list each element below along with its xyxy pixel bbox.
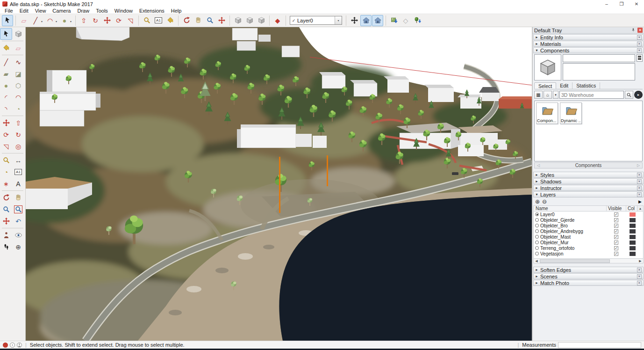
section-close-icon[interactable]: ✕ [637,48,642,53]
menu-item[interactable]: Camera [49,8,74,14]
menu-item[interactable]: Help [168,8,185,14]
section-close-icon[interactable]: ✕ [637,268,642,272]
line-icon[interactable]: ╱ [0,56,12,68]
menu-item[interactable]: Draw [74,8,93,14]
share-model-icon[interactable] [244,15,255,26]
measurements-input[interactable] [558,342,641,348]
layer-color-chip[interactable] [630,224,636,228]
layer-row[interactable]: Objekter_Bro ✓ [534,223,637,228]
section-instructor[interactable]: ►Instructor✕ [533,185,644,191]
layer-visible-checkbox[interactable]: ✓ [614,241,618,245]
layers-details-icon[interactable]: ▶ [638,199,642,204]
layer-radio[interactable] [535,218,539,222]
scroll-up-icon[interactable]: ▲ [637,206,643,211]
3d-text-icon[interactable]: A [12,178,24,190]
layer-color-chip[interactable] [630,229,636,233]
layer-radio[interactable] [535,241,539,244]
layer-radio[interactable] [535,252,539,255]
add-location-icon[interactable] [388,15,400,26]
previous-icon[interactable]: ↶ [12,215,24,227]
share-component-icon[interactable] [256,15,267,26]
arc-icon[interactable]: ◜ [0,91,12,103]
component-axes-icon[interactable] [349,15,360,26]
select-icon[interactable] [2,15,13,26]
polygon-icon[interactable]: ⬡ [12,80,24,91]
layer-color-chip[interactable] [630,246,636,250]
section-close-icon[interactable]: ✕ [637,186,642,190]
section-materials[interactable]: ►Materials✕ [533,41,644,47]
photo-textures-icon[interactable] [412,15,423,26]
move-icon[interactable] [0,117,12,129]
layer-radio[interactable] [535,229,539,233]
prev-pane-icon[interactable]: ◁ [535,163,542,168]
layer-color-chip[interactable] [630,252,636,256]
components-tab[interactable]: Select [534,82,556,89]
eraser-icon[interactable]: ▱ [12,42,24,54]
layer-visible-checkbox[interactable]: ✓ [614,212,618,217]
dimension-icon[interactable]: ↔ [12,154,24,166]
warehouse-search-input[interactable] [559,91,624,99]
rotate-icon[interactable]: ⟳ [0,129,12,140]
column-name[interactable]: Name [534,206,607,211]
section-close-icon[interactable]: ✕ [637,281,642,285]
arc-icon[interactable]: ◠▾ [44,15,56,26]
section-close-icon[interactable]: ✕ [637,192,642,197]
position-camera-icon[interactable] [0,229,12,241]
secondary-pane-button[interactable] [637,54,643,62]
text-icon[interactable]: A1 [12,166,24,178]
layer-row[interactable]: Vegetasjon ✓ [534,251,637,256]
tape-measure-icon[interactable] [0,154,12,166]
layer-visible-checkbox[interactable]: ✓ [614,224,618,228]
home-icon[interactable]: ⌂ [544,91,552,99]
select-icon[interactable] [0,28,12,40]
section-match-photo[interactable]: ►Match Photo✕ [533,280,644,286]
orbit-icon[interactable] [181,15,192,26]
layer-visible-checkbox[interactable]: ✓ [614,235,618,239]
walk-icon[interactable] [0,241,12,253]
column-visible[interactable]: Visible [607,206,626,211]
section-close-icon[interactable]: ✕ [637,42,642,46]
minimize-button[interactable]: – [599,0,614,8]
section-styles[interactable]: ►Styles✕ [533,172,644,178]
pan-icon[interactable] [193,15,204,26]
components-tab[interactable]: Statistics [572,82,600,89]
layer-color-chip[interactable] [630,235,636,239]
combo-dropdown-icon[interactable]: ▾ [335,16,342,24]
zoom-extents-icon[interactable] [0,215,12,227]
push-pull-icon[interactable]: ⇧ [12,117,24,129]
zoom-icon[interactable] [204,15,215,26]
layers-hscrollbar[interactable]: ◀ ▶ [533,258,644,263]
layer-radio[interactable] [535,224,539,227]
scale-icon[interactable]: ◹ [0,140,12,152]
section-entity-info[interactable]: ►Entity Info✕ [533,34,644,40]
zoom-icon[interactable] [0,204,12,215]
line-icon[interactable]: ╱▾ [30,15,41,26]
pie-icon[interactable]: ◔ [12,103,24,115]
layer-radio[interactable] [535,246,539,250]
three-point-arc-icon[interactable]: ◝ [0,103,12,115]
layer-visible-checkbox[interactable]: ✓ [614,229,618,233]
view-options-button[interactable]: ▦ [534,91,543,99]
move-icon[interactable] [101,15,113,26]
next-pane-icon[interactable]: ▷ [635,163,642,168]
pan-icon[interactable] [12,192,24,204]
two-point-arc-icon[interactable]: ◠ [12,91,24,103]
layer-visible-checkbox[interactable]: ✓ [614,246,618,250]
layer-color-chip[interactable] [630,212,636,217]
section-layers[interactable]: ▼Layers✕ [533,191,644,197]
section-scenes[interactable]: ►Scenes✕ [533,273,644,279]
component-folder-item[interactable]: Dynamic ... [560,102,582,124]
layer-color-chip[interactable] [630,218,636,222]
section-close-icon[interactable]: ✕ [637,35,642,40]
section-close-icon[interactable]: ✕ [637,274,642,279]
layer-row[interactable]: Objekter_Mast ✓ [534,234,637,240]
tray-close-button[interactable]: ✕ [637,28,643,33]
rotated-rectangle-icon[interactable]: ◪ [12,68,24,80]
layer-row[interactable]: Objekter_Mur ✓ [534,240,637,245]
zoom-extents-icon[interactable] [216,15,227,26]
component-description-box[interactable] [563,63,635,80]
layer-color-chip[interactable] [630,241,636,245]
hide-rest-of-model-icon[interactable] [360,15,372,26]
protractor-icon[interactable]: ◔ [0,166,12,178]
tape-measure-icon[interactable] [141,15,152,26]
